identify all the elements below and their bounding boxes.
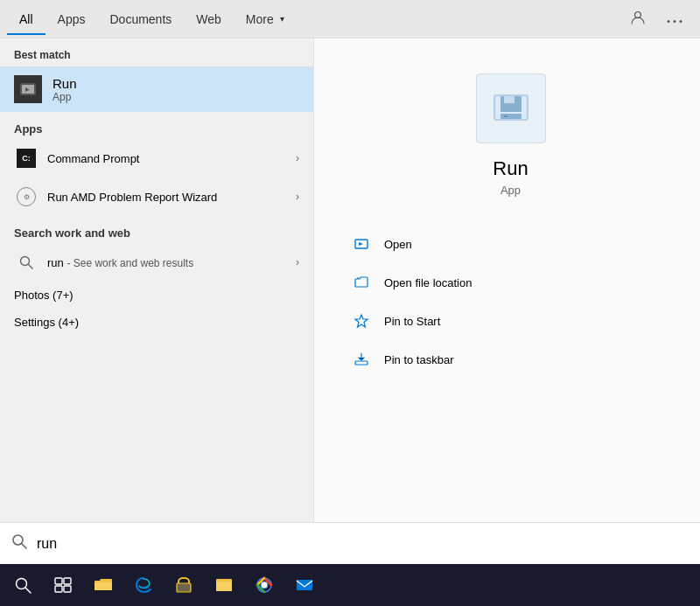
search-panel: All Apps Documents Web More ▾ (0, 0, 700, 606)
taskbar-files-icon[interactable] (205, 566, 243, 604)
chevron-right-icon-cmd: › (296, 152, 299, 164)
best-match-name: Run (52, 76, 77, 91)
svg-rect-33 (297, 580, 312, 590)
svg-point-1 (668, 20, 670, 23)
svg-point-6 (21, 257, 30, 266)
best-match-header: Best match (0, 38, 313, 66)
chevron-right-icon-amd: › (296, 191, 299, 203)
svg-line-19 (25, 588, 31, 593)
taskbar-store-icon[interactable] (164, 566, 203, 604)
chevron-right-icon-web: › (296, 256, 299, 268)
tab-bar: All Apps Documents Web More ▾ (0, 0, 700, 38)
svg-line-17 (22, 544, 26, 548)
pin-taskbar-icon (349, 347, 374, 372)
svg-point-3 (680, 20, 682, 23)
search-input[interactable] (37, 536, 690, 552)
list-item-command-prompt[interactable]: C: Command Prompt › (0, 139, 313, 178)
svg-rect-22 (55, 586, 62, 592)
open-file-location-label: Open file location (384, 276, 472, 289)
tab-apps[interactable]: Apps (46, 3, 98, 35)
command-prompt-icon: C: (14, 146, 38, 171)
open-file-location-icon (349, 270, 374, 295)
user-icon[interactable] (626, 6, 649, 32)
svg-rect-27 (177, 583, 191, 592)
chevron-down-icon: ▾ (280, 14, 284, 24)
action-pin-start[interactable]: Pin to Start (349, 302, 672, 340)
svg-rect-13 (504, 115, 508, 117)
action-open-file-location[interactable]: Open file location (349, 263, 672, 302)
run-app-icon (14, 75, 42, 103)
search-bar (0, 522, 700, 564)
apps-section-header: Apps (0, 112, 313, 139)
tab-more[interactable]: More ▾ (234, 3, 297, 35)
amd-icon: ⚙ (14, 185, 38, 209)
taskbar-search-icon[interactable] (4, 566, 42, 604)
svg-rect-23 (64, 586, 71, 592)
search-web-header: Search work and web (0, 216, 313, 243)
list-item-amd[interactable]: ⚙ Run AMD Problem Report Wizard › (0, 178, 313, 216)
svg-rect-20 (55, 578, 62, 584)
svg-point-16 (13, 535, 23, 545)
open-icon (349, 232, 374, 256)
app-type-large: App (500, 184, 521, 197)
best-match-text: Run App (52, 76, 77, 103)
pin-start-icon (349, 309, 374, 333)
taskbar-edge-icon[interactable] (124, 566, 163, 604)
amd-circle-icon: ⚙ (17, 187, 36, 206)
cmd-black-icon: C: (17, 149, 36, 168)
action-open[interactable]: Open (349, 225, 672, 263)
svg-rect-11 (504, 96, 514, 103)
command-prompt-label: Command Prompt (47, 152, 299, 165)
taskbar (0, 564, 700, 606)
settings-label: Settings (4+) (14, 316, 299, 329)
open-label: Open (384, 238, 412, 251)
tab-icon-area (626, 6, 693, 32)
svg-rect-15 (355, 361, 368, 365)
left-panel: Best match Run App Apps (0, 38, 313, 522)
taskbar-taskview-icon[interactable] (44, 566, 82, 604)
svg-rect-30 (216, 582, 232, 591)
pin-taskbar-label: Pin to taskbar (384, 353, 454, 366)
list-item-photos[interactable]: Photos (7+) (0, 282, 313, 309)
svg-rect-12 (500, 114, 522, 119)
tab-web[interactable]: Web (184, 3, 234, 35)
more-options-icon[interactable] (663, 8, 686, 31)
taskbar-mail-icon[interactable] (285, 566, 324, 604)
svg-rect-21 (64, 578, 71, 584)
svg-point-2 (674, 20, 676, 23)
taskbar-chrome-icon[interactable] (245, 566, 284, 604)
best-match-item[interactable]: Run App (0, 66, 313, 112)
action-pin-taskbar[interactable]: Pin to taskbar (349, 340, 672, 379)
right-panel: Run App Open (313, 38, 700, 522)
svg-point-25 (141, 586, 150, 589)
list-item-search-web[interactable]: run - See work and web results › (0, 243, 313, 282)
list-item-settings[interactable]: Settings (4+) (0, 309, 313, 336)
tab-documents[interactable]: Documents (97, 3, 184, 35)
amd-label: Run AMD Problem Report Wizard (47, 191, 299, 204)
svg-point-32 (261, 582, 268, 589)
pin-start-label: Pin to Start (384, 315, 440, 328)
search-web-icon (14, 250, 38, 275)
tab-all[interactable]: All (7, 3, 46, 35)
search-web-label: run - See work and web results (47, 256, 299, 269)
best-match-type: App (52, 91, 77, 103)
svg-rect-24 (94, 582, 112, 590)
app-icon-large (476, 73, 546, 143)
photos-label: Photos (7+) (14, 289, 299, 302)
search-web-sub: - See work and web results (66, 257, 193, 269)
search-icon (10, 533, 28, 554)
taskbar-explorer-icon[interactable] (84, 566, 122, 604)
svg-line-7 (29, 265, 33, 269)
app-name-large: Run (493, 157, 528, 180)
